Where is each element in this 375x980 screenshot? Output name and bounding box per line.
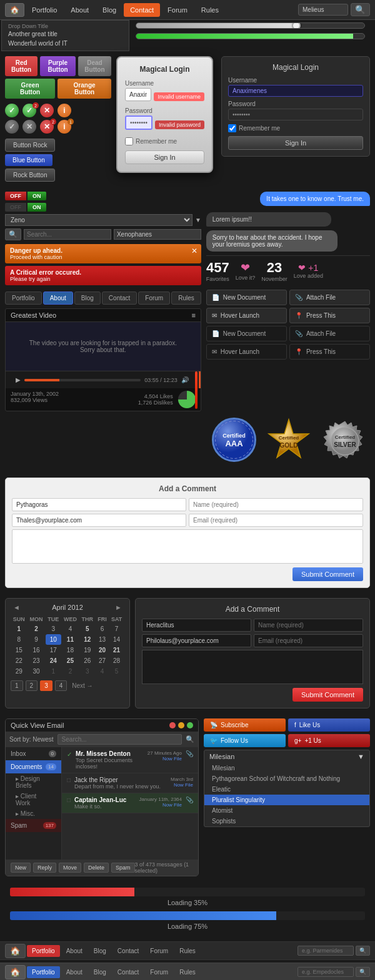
comment-name-input-light[interactable] bbox=[12, 498, 186, 511]
cal-cell[interactable]: 7 bbox=[109, 624, 124, 634]
cal-page-3[interactable]: 3 bbox=[40, 680, 52, 691]
cal-cell-other[interactable]: 5 bbox=[109, 666, 124, 677]
nav-dark-portfolio[interactable]: Portfolio bbox=[27, 945, 60, 957]
hover-launch-button-2[interactable]: ✉ Hover Launch bbox=[206, 344, 287, 360]
cal-page-2[interactable]: 2 bbox=[26, 680, 38, 691]
new-document-button-1[interactable]: 📄 New Document bbox=[206, 290, 287, 305]
nav-grey-contact[interactable]: Contact bbox=[112, 966, 144, 978]
password-input-light[interactable] bbox=[125, 115, 152, 130]
cal-cell[interactable]: 16 bbox=[28, 645, 46, 655]
nav-dark-search-btn[interactable]: 🔍 bbox=[356, 946, 370, 956]
folder-design-briefs[interactable]: ▸ Design Briefs bbox=[6, 773, 61, 791]
nav-forum[interactable]: Forum bbox=[161, 3, 194, 17]
email-move-btn[interactable]: Move bbox=[59, 863, 81, 873]
volume-icon[interactable]: 🔊 bbox=[181, 376, 189, 383]
milesian-item-6[interactable]: Sophists bbox=[204, 816, 369, 826]
attach-file-button-1[interactable]: 📎 Attach File bbox=[289, 290, 370, 305]
nav-portfolio[interactable]: Portfolio bbox=[26, 3, 63, 17]
cal-cell[interactable]: 26 bbox=[79, 655, 96, 666]
folder-misc[interactable]: ▸ Misc. bbox=[6, 808, 61, 819]
email-item-3[interactable]: □ Captain Jean-Luc Make it so. January 1… bbox=[62, 793, 198, 813]
green-button[interactable]: Green Button bbox=[5, 79, 55, 99]
nav-grey-rules[interactable]: Rules bbox=[174, 966, 201, 978]
cal-cell-today[interactable]: 10 bbox=[46, 634, 61, 645]
email-reply-btn[interactable]: Reply bbox=[33, 863, 56, 873]
cal-cell[interactable]: 21 bbox=[109, 645, 124, 655]
xenophanes-input[interactable] bbox=[114, 229, 201, 240]
cal-cell[interactable]: 28 bbox=[109, 655, 124, 666]
nav-dark-about[interactable]: About bbox=[61, 945, 88, 957]
purple-button[interactable]: Purple Button bbox=[40, 56, 76, 76]
home-button-grey[interactable]: 🏠 bbox=[5, 965, 26, 979]
home-button[interactable]: 🏠 bbox=[5, 3, 24, 17]
comment-textarea-light[interactable] bbox=[12, 529, 363, 564]
comment-textarea-dark[interactable] bbox=[142, 650, 363, 684]
cal-cell[interactable]: 1 bbox=[11, 624, 28, 634]
play-icon[interactable]: ▶ bbox=[16, 376, 21, 383]
cal-cell[interactable]: 8 bbox=[11, 634, 28, 645]
cal-cell[interactable]: 2 bbox=[28, 624, 46, 634]
folder-documents[interactable]: Documents14 bbox=[6, 760, 61, 773]
tab-forum[interactable]: Forum bbox=[138, 292, 170, 305]
signin-button-dark[interactable]: Sign In bbox=[228, 136, 363, 150]
follow-us-button[interactable]: 🐦 Follow Us bbox=[204, 734, 286, 747]
nav-grey-blog[interactable]: Blog bbox=[89, 966, 111, 978]
cal-cell[interactable]: 12 bbox=[79, 634, 96, 645]
nav-dark-blog[interactable]: Blog bbox=[89, 945, 111, 957]
window-close-button[interactable] bbox=[169, 722, 176, 728]
comment-email-dark[interactable] bbox=[142, 634, 251, 647]
nav-grey-search-btn[interactable]: 🔍 bbox=[356, 967, 370, 977]
alert-close-icon[interactable]: ✕ bbox=[191, 247, 198, 255]
email-new-btn[interactable]: New bbox=[11, 863, 31, 873]
comment-name-dark[interactable] bbox=[142, 619, 251, 632]
cal-cell-other[interactable]: 3 bbox=[79, 666, 96, 677]
nav-grey-forum[interactable]: Forum bbox=[145, 966, 173, 978]
nav-dark-forum[interactable]: Forum bbox=[145, 945, 173, 957]
blue-button[interactable]: Blue Button bbox=[5, 154, 52, 166]
cal-cell-other[interactable]: 1 bbox=[46, 666, 61, 677]
cal-cell[interactable]: 24 bbox=[46, 655, 61, 666]
comment-name-placeholder-dark[interactable] bbox=[254, 619, 363, 632]
cal-cell[interactable]: 18 bbox=[61, 645, 79, 655]
comment-email-input-light[interactable] bbox=[12, 514, 186, 527]
press-this-button-2[interactable]: 📍 Press This bbox=[289, 344, 370, 360]
toggle-on-2[interactable]: ON bbox=[28, 203, 46, 212]
cal-cell[interactable]: 4 bbox=[61, 624, 79, 634]
window-maximize-button[interactable] bbox=[187, 722, 193, 728]
window-minimize-button[interactable] bbox=[178, 722, 184, 728]
submit-comment-button-light[interactable]: Submit Comment bbox=[292, 567, 363, 581]
username-input-light[interactable] bbox=[125, 88, 151, 101]
calendar-next-arrow[interactable]: ► bbox=[112, 604, 124, 611]
comment-name-placeholder[interactable] bbox=[189, 498, 363, 511]
video-progress-bar[interactable] bbox=[24, 379, 141, 381]
attach-file-button-2[interactable]: 📎 Attach File bbox=[289, 326, 370, 341]
tab-about[interactable]: About bbox=[43, 292, 73, 305]
cal-cell[interactable]: 25 bbox=[61, 655, 79, 666]
milesian-item-2[interactable]: Pythagorean School of Witchcraft and Not… bbox=[204, 773, 369, 784]
signin-button-light[interactable]: Sign In bbox=[125, 150, 204, 164]
cal-cell[interactable]: 20 bbox=[96, 645, 109, 655]
tab-rules[interactable]: Rules bbox=[171, 292, 201, 305]
milesian-item-1[interactable]: Milesian bbox=[204, 763, 369, 773]
comment-email-placeholder-dark[interactable] bbox=[254, 634, 363, 647]
cal-cell[interactable]: 22 bbox=[11, 655, 28, 666]
nav-dark-rules[interactable]: Rules bbox=[174, 945, 201, 957]
toggle-on-1[interactable]: ON bbox=[28, 192, 46, 200]
like-us-button[interactable]: f Like Us bbox=[288, 718, 370, 732]
remember-checkbox-light[interactable] bbox=[125, 137, 133, 145]
nav-contact[interactable]: Contact bbox=[124, 3, 160, 17]
password-input-dark[interactable] bbox=[228, 109, 363, 120]
milesian-item-5[interactable]: Atomist bbox=[204, 805, 369, 816]
cal-cell[interactable]: 11 bbox=[61, 634, 79, 645]
dropdown-item-2[interactable]: Wonderful world of IT bbox=[8, 39, 122, 48]
nav-grey-search-input[interactable] bbox=[298, 967, 354, 977]
cal-cell[interactable]: 6 bbox=[96, 624, 109, 634]
gplus-button[interactable]: g+ +1 Us bbox=[288, 734, 370, 747]
email-search-icon[interactable]: 🔍 bbox=[186, 735, 194, 743]
cal-cell[interactable]: 9 bbox=[28, 634, 46, 645]
nav-search-input[interactable] bbox=[298, 4, 348, 16]
cal-cell[interactable]: 23 bbox=[28, 655, 46, 666]
search-inline-icon[interactable]: 🔍 bbox=[5, 228, 21, 240]
hover-launch-button-1[interactable]: ✉ Hover Launch bbox=[206, 308, 287, 323]
toggle-off-2[interactable]: OFF bbox=[5, 203, 26, 212]
